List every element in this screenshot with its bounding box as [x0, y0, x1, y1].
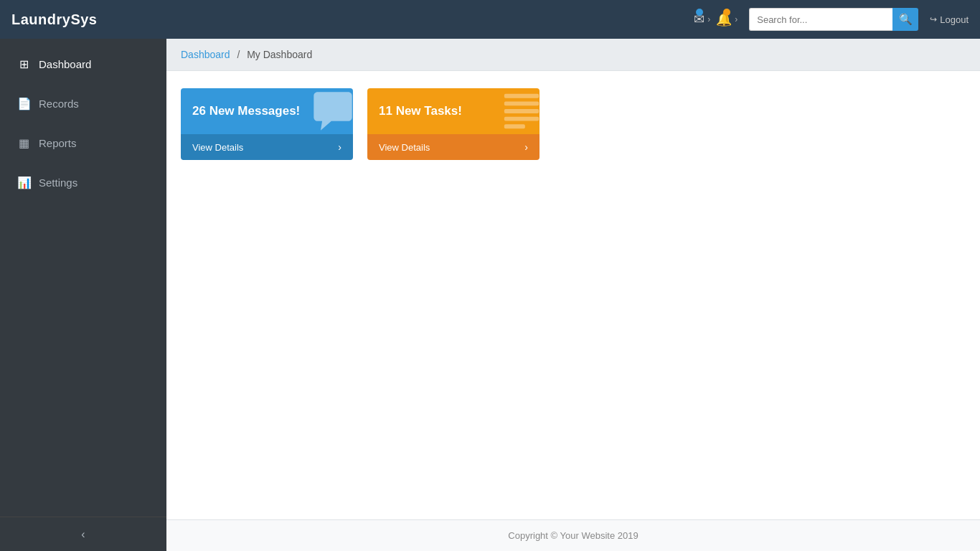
messages-view-details: View Details — [192, 142, 243, 153]
svg-rect-1 — [504, 101, 539, 105]
svg-rect-0 — [504, 94, 539, 98]
records-icon: 📄 — [17, 97, 30, 110]
search-icon: 🔍 — [899, 13, 913, 26]
messages-card-chevron-icon: › — [338, 141, 341, 153]
messages-card-top: 26 New Messages! — [181, 88, 353, 134]
navbar: LaundrySys ✉ › 🔔 › 🔍 ↪ Logout — [0, 0, 980, 39]
dashboard-icon: ⊞ — [17, 57, 30, 71]
sidebar-item-records[interactable]: 📄 Records — [0, 84, 166, 123]
breadcrumb: Dashboard / My Dashboard — [166, 39, 980, 71]
tasks-view-details: View Details — [379, 142, 430, 153]
reports-icon: ▦ — [17, 136, 30, 150]
tasks-view-details-label: View Details — [379, 142, 430, 153]
sidebar-label-records: Records — [39, 98, 79, 110]
search-input[interactable] — [749, 8, 892, 31]
sidebar: ⊞ Dashboard 📄 Records ▦ Reports 📊 Settin… — [0, 39, 166, 551]
sidebar-nav: ⊞ Dashboard 📄 Records ▦ Reports 📊 Settin… — [0, 39, 166, 202]
sidebar-item-reports[interactable]: ▦ Reports — [0, 123, 166, 163]
logout-arrow-icon: ↪ — [930, 14, 937, 24]
notifications-nav-button[interactable]: 🔔 › — [716, 11, 738, 27]
cards-row: 26 New Messages! View Details › — [181, 88, 966, 160]
search-wrapper: 🔍 — [749, 8, 918, 31]
svg-rect-4 — [504, 124, 525, 128]
svg-rect-2 — [504, 109, 539, 113]
tasks-list-icon — [501, 90, 540, 132]
copyright-text: Copyright © Your Website 2019 — [508, 530, 638, 541]
sidebar-collapse-button[interactable]: ‹ — [0, 517, 166, 551]
tasks-card-chevron-icon: › — [524, 141, 528, 153]
breadcrumb-current: My Dashboard — [247, 49, 312, 60]
sidebar-label-dashboard: Dashboard — [39, 58, 91, 70]
footer: Copyright © Your Website 2019 — [166, 519, 980, 551]
messages-card-title: 26 New Messages! — [192, 104, 300, 118]
messages-nav-button[interactable]: ✉ › — [694, 11, 710, 27]
content-area: Dashboard / My Dashboard 26 New Messages… — [166, 39, 980, 551]
messages-card[interactable]: 26 New Messages! View Details › — [181, 88, 353, 160]
search-button[interactable]: 🔍 — [892, 8, 918, 31]
settings-icon: 📊 — [17, 176, 30, 189]
navbar-right: ✉ › 🔔 › 🔍 ↪ Logout — [694, 8, 969, 31]
sidebar-item-dashboard[interactable]: ⊞ Dashboard — [0, 44, 166, 84]
svg-rect-3 — [504, 117, 539, 121]
logout-button[interactable]: ↪ Logout — [930, 14, 969, 25]
tasks-card[interactable]: 11 New Tasks! View Details — [367, 88, 540, 160]
notifications-chevron-icon: › — [735, 14, 738, 24]
collapse-chevron-icon: ‹ — [81, 528, 85, 541]
tasks-card-top: 11 New Tasks! — [367, 88, 540, 134]
messages-card-bottom[interactable]: View Details › — [181, 134, 353, 160]
app-brand: LaundrySys — [11, 11, 97, 28]
messages-chevron-icon: › — [707, 14, 710, 24]
breadcrumb-parent-link[interactable]: Dashboard — [181, 49, 230, 60]
chat-bubble-icon — [310, 88, 353, 134]
sidebar-item-settings[interactable]: 📊 Settings — [0, 163, 166, 202]
breadcrumb-separator: / — [237, 49, 240, 60]
dashboard-content: 26 New Messages! View Details › — [166, 71, 980, 519]
tasks-card-bottom[interactable]: View Details › — [367, 134, 540, 160]
sidebar-label-reports: Reports — [39, 137, 77, 149]
main-layout: ⊞ Dashboard 📄 Records ▦ Reports 📊 Settin… — [0, 39, 980, 551]
tasks-card-title: 11 New Tasks! — [379, 104, 462, 118]
logout-label: Logout — [940, 14, 969, 25]
messages-view-details-label: View Details — [192, 142, 243, 153]
sidebar-label-settings: Settings — [39, 176, 77, 189]
